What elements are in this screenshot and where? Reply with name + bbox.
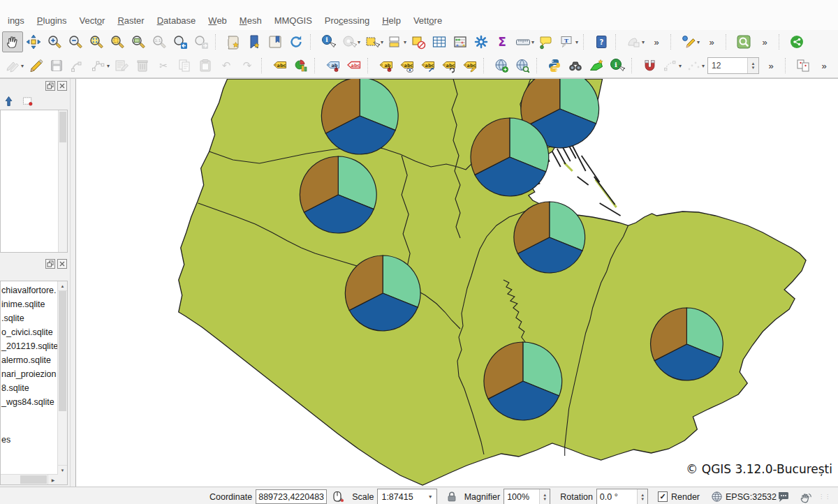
menu-item-vector[interactable]: Vector — [73, 13, 112, 28]
processing-toolbox[interactable] — [471, 31, 492, 52]
highlight-pinned-labels[interactable]: abc — [343, 55, 364, 76]
toolbar-overflow-5[interactable]: » — [814, 55, 835, 76]
osm-place-search[interactable] — [733, 31, 754, 52]
pin-labels[interactable]: ab — [322, 55, 343, 76]
bookmark-manager[interactable] — [265, 31, 286, 52]
spin-arrows-icon[interactable]: ▲▼ — [747, 58, 758, 73]
coordinate-input[interactable] — [256, 489, 327, 504]
file-item[interactable]: o_civici.sqlite — [1, 325, 58, 339]
messages-button[interactable] — [777, 490, 790, 503]
dock-close-button[interactable] — [57, 259, 67, 269]
measure-line-dropdown[interactable]: ▾ — [531, 39, 534, 45]
identify-features[interactable]: i — [318, 31, 339, 52]
feature-info-tool[interactable]: i — [607, 55, 628, 76]
menu-item-web[interactable]: Web — [202, 13, 233, 28]
new-layer-tool[interactable] — [586, 55, 607, 76]
toolbar-overflow-4[interactable]: » — [760, 55, 781, 76]
scrollbar-thumb[interactable] — [59, 112, 66, 142]
select-features-dropdown[interactable]: ▾ — [381, 39, 383, 45]
toolbar-overflow-3[interactable]: » — [754, 31, 775, 52]
file-item[interactable]: es — [1, 433, 58, 447]
menu-item-ings[interactable]: ings — [1, 13, 31, 28]
text-annotation[interactable]: T — [557, 31, 578, 52]
scroll-down-arrow[interactable]: ▼ — [58, 465, 67, 475]
menu-item-processing[interactable]: Processing — [318, 13, 376, 28]
offset-value-spin[interactable]: 12▲▼ — [707, 57, 759, 74]
annotation-tools[interactable] — [678, 31, 699, 52]
open-attribute-table[interactable] — [429, 31, 450, 52]
magnifier-spinbox[interactable]: 100% ▲▼ — [503, 489, 550, 504]
refresh-map[interactable] — [286, 31, 307, 52]
layer-labeling-options[interactable]: abc — [269, 55, 290, 76]
file-item[interactable]: chiavalfortore. — [1, 283, 58, 297]
zoom-full-extent[interactable] — [86, 31, 107, 52]
help-contents[interactable]: ? — [591, 31, 612, 52]
toolbar-overflow-2[interactable]: » — [701, 31, 722, 52]
show-spatial-bookmarks[interactable] — [244, 31, 265, 52]
text-annotation-dropdown[interactable]: ▾ — [575, 39, 578, 45]
file-item[interactable]: .sqlite — [1, 311, 58, 325]
zoom-to-layer[interactable] — [128, 31, 149, 52]
layer-diagram-options[interactable] — [290, 55, 311, 76]
python-console[interactable] — [544, 55, 565, 76]
qgis-news-button[interactable] — [799, 490, 813, 504]
file-item[interactable]: inime.sqlite — [1, 297, 58, 311]
web-service-add[interactable] — [491, 55, 512, 76]
menu-item-mmqgis[interactable]: MMQGIS — [268, 13, 318, 28]
dock-close-button[interactable] — [57, 81, 67, 91]
panel-selection-box[interactable] — [20, 94, 34, 108]
menu-item-vettore[interactable]: Vettore — [407, 13, 448, 28]
file-list-vscrollbar[interactable]: ▲ ▼ — [57, 281, 67, 475]
spin-arrows-icon[interactable]: ▲▼ — [539, 489, 550, 504]
new-spatial-bookmark[interactable] — [223, 31, 244, 52]
menu-item-database[interactable]: Database — [151, 13, 203, 28]
select-by-form-dropdown[interactable]: ▾ — [404, 39, 406, 45]
panel-splitter[interactable] — [70, 79, 75, 487]
scale-lock-button[interactable] — [446, 491, 457, 503]
scrollbar-thumb[interactable] — [20, 475, 47, 484]
file-item[interactable]: _201219.sqlite — [1, 339, 58, 353]
map-canvas[interactable]: © QGIS 3.12.0-București — [75, 79, 838, 487]
pan-map[interactable] — [2, 31, 23, 52]
statistical-summary[interactable] — [450, 31, 471, 52]
menu-item-help[interactable]: Help — [376, 13, 407, 28]
panel-up-arrow[interactable] — [1, 94, 15, 108]
menu-item-plugins[interactable]: Plugins — [31, 13, 73, 28]
toggle-editing[interactable] — [25, 55, 46, 76]
file-list-hscrollbar[interactable]: ▶ — [1, 474, 58, 484]
toolbar-overflow-1[interactable]: » — [646, 31, 667, 52]
select-by-form[interactable] — [385, 31, 406, 52]
rotate-label[interactable]: abc — [438, 55, 459, 76]
rotation-spinbox[interactable]: 0.0 ° ▲▼ — [596, 489, 648, 504]
overview-list[interactable] — [0, 110, 68, 253]
spin-arrows-icon[interactable]: ▲▼ — [637, 489, 647, 504]
snapping-toggle[interactable] — [639, 55, 660, 76]
share-plugin[interactable] — [786, 31, 807, 52]
zoom-out[interactable] — [65, 31, 86, 52]
copy-paste-style[interactable] — [793, 55, 814, 76]
menu-item-raster[interactable]: Raster — [111, 13, 150, 28]
scroll-up-arrow[interactable]: ▲ — [58, 281, 67, 291]
file-list[interactable]: chiavalfortore.inime.sqlite.sqliteo_civi… — [1, 281, 58, 475]
file-item[interactable]: _wgs84.sqlite — [1, 395, 58, 409]
render-checkbox[interactable]: ✓ — [658, 491, 668, 502]
deselect-all[interactable] — [408, 31, 429, 52]
dock-float-button[interactable] — [45, 81, 55, 91]
move-label[interactable]: abc — [417, 55, 438, 76]
dock-float-button[interactable] — [45, 259, 55, 269]
zoom-to-selection[interactable] — [107, 31, 128, 52]
annotation-tools-dropdown[interactable]: ▾ — [697, 39, 700, 45]
scrollbar-thumb[interactable] — [59, 291, 66, 411]
search-binoculars[interactable] — [565, 55, 586, 76]
show-statistics[interactable]: Σ — [492, 31, 513, 52]
zoom-last[interactable] — [170, 31, 191, 52]
coordinate-tracking-button[interactable] — [332, 490, 345, 503]
file-item[interactable]: nari_proiezion — [1, 367, 58, 381]
measure-line[interactable] — [513, 31, 534, 52]
map-tips[interactable] — [536, 31, 557, 52]
overview-scrollbar[interactable] — [58, 110, 67, 252]
change-label[interactable]: abc — [459, 55, 480, 76]
pan-to-selection[interactable] — [23, 31, 44, 52]
scroll-right-arrow[interactable]: ▶ — [47, 475, 58, 484]
size-grip[interactable]: ⋮⋮ — [818, 494, 831, 500]
